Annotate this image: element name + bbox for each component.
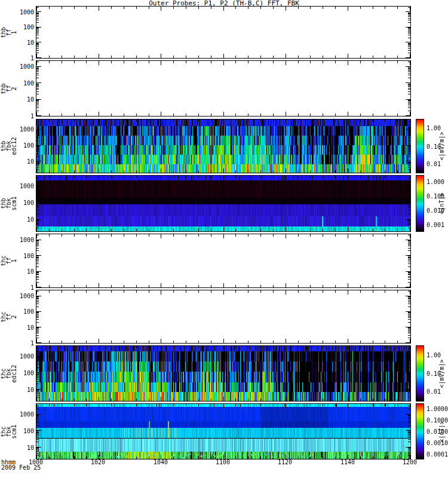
axis-tick	[36, 437, 39, 437]
axis-tick	[223, 290, 224, 295]
axis-tick	[36, 45, 39, 46]
axis-tick	[124, 456, 124, 459]
colorbar-thb-fbk-edc12	[416, 119, 424, 173]
axis-tick	[408, 390, 410, 391]
axis-tick	[235, 170, 236, 173]
axis-tick	[408, 167, 410, 168]
axis-tick	[408, 442, 410, 442]
axis-tick	[397, 120, 398, 122]
axis-tick	[408, 44, 410, 44]
axis-tick	[408, 13, 410, 13]
axis-tick	[36, 163, 39, 163]
panel-thb-fbk-edc12	[36, 119, 411, 173]
axis-tick	[408, 379, 410, 379]
ylabel-text-thb-ff-2: thb ff 2	[1, 83, 17, 94]
axis-tick	[62, 404, 62, 406]
axis-tick	[286, 112, 286, 116]
axis-tick	[235, 229, 236, 231]
axis-tick	[397, 346, 398, 348]
ytick-label-thb-ff-1-1: 1	[16, 56, 34, 61]
ytick-label-thc-fbk-edc12-1000: 1000	[16, 354, 34, 359]
axis-tick	[408, 375, 410, 375]
axis-tick	[298, 229, 299, 231]
axis-tick	[385, 229, 385, 231]
axis-tick	[49, 399, 50, 401]
axis-tick	[36, 62, 39, 62]
axis-tick	[149, 114, 149, 116]
axis-tick	[248, 120, 248, 122]
axis-tick	[36, 282, 39, 283]
axis-tick	[408, 307, 410, 307]
axis-tick	[360, 229, 361, 231]
axis-tick	[273, 399, 274, 401]
axis-tick	[408, 68, 410, 69]
axis-tick	[36, 73, 39, 73]
axis-tick	[86, 170, 87, 173]
axis-tick	[111, 234, 112, 237]
axis-tick	[36, 442, 39, 442]
ylabel-thc-ff-2: thc ff 2	[0, 290, 17, 344]
axis-tick	[406, 161, 410, 161]
axis-tick	[408, 276, 410, 277]
axis-tick	[397, 234, 398, 237]
axis-tick	[408, 162, 410, 163]
axis-tick	[408, 439, 410, 440]
colorbar-unit-thc-fbk-scm1: <|nT|>	[436, 403, 447, 459]
axis-tick	[385, 404, 385, 406]
ytick-label-thc-fbk-edc12-100: 100	[16, 370, 34, 376]
axis-tick	[273, 285, 274, 287]
axis-tick	[36, 328, 39, 329]
axis-tick	[348, 120, 348, 124]
axis-tick	[36, 207, 39, 208]
axis-tick	[373, 176, 373, 178]
axis-tick	[149, 341, 149, 343]
axis-tick	[360, 346, 361, 348]
axis-tick	[36, 162, 39, 163]
axis-tick	[161, 61, 161, 65]
axis-tick	[36, 244, 39, 245]
axis-tick	[408, 211, 410, 212]
axis-tick	[373, 456, 373, 459]
axis-tick	[408, 124, 410, 125]
axis-tick	[408, 85, 410, 86]
axis-tick	[62, 61, 62, 63]
axis-tick	[408, 322, 410, 323]
axis-tick	[36, 357, 39, 358]
axis-tick	[36, 32, 39, 32]
axis-tick	[36, 214, 39, 215]
axis-tick	[406, 42, 410, 42]
axis-tick	[408, 338, 410, 338]
axis-tick	[136, 114, 137, 116]
axis-tick	[373, 120, 373, 122]
axis-tick	[211, 399, 211, 401]
axis-tick	[360, 7, 361, 9]
ytick-label-thc-fbk-edc12-10: 10	[16, 387, 34, 393]
axis-tick	[49, 170, 50, 173]
axis-tick	[173, 170, 174, 173]
axis-tick	[408, 214, 410, 215]
axis-tick	[408, 207, 410, 208]
spectrogram-thc-fbk-scm1	[36, 404, 410, 459]
axis-tick	[408, 390, 410, 390]
axis-tick	[348, 339, 348, 343]
axis-tick	[173, 399, 174, 401]
axis-tick	[173, 234, 174, 237]
axis-tick	[74, 234, 75, 237]
axis-tick	[99, 7, 99, 11]
axis-tick	[408, 103, 410, 103]
axis-tick	[36, 419, 39, 419]
axis-tick	[385, 399, 385, 401]
axis-tick	[124, 399, 124, 401]
axis-tick	[260, 56, 261, 58]
axis-tick	[186, 120, 186, 122]
axis-tick	[74, 7, 75, 9]
axis-tick	[198, 120, 199, 122]
axis-tick	[173, 341, 174, 343]
axis-tick	[173, 285, 174, 287]
axis-tick	[173, 120, 174, 122]
axis-tick	[36, 455, 39, 456]
axis-tick	[408, 209, 410, 210]
axis-tick	[348, 346, 348, 350]
axis-tick	[408, 100, 410, 101]
axis-tick	[408, 86, 410, 87]
